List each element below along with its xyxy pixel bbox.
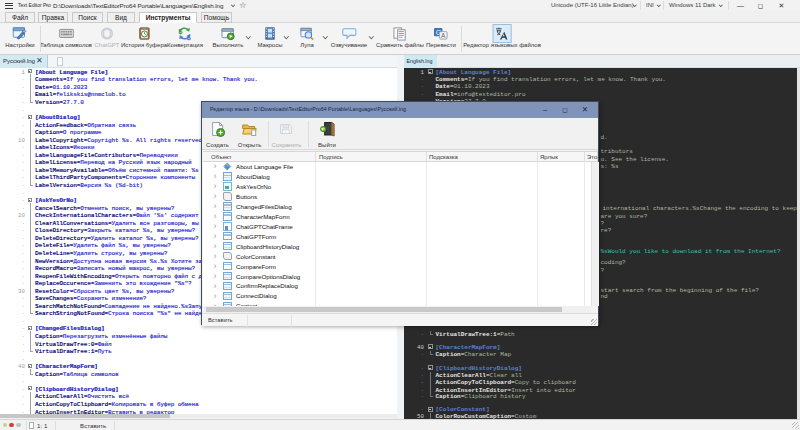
svg-text:A: A: [442, 32, 447, 39]
svg-text:$: $: [187, 33, 191, 41]
svg-text:$: $: [179, 27, 183, 35]
